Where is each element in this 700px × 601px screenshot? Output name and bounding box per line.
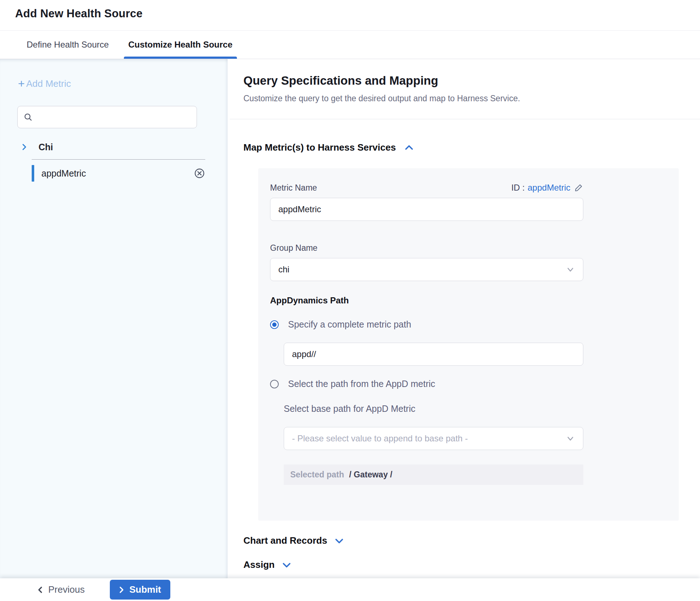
selected-path-value: / Gateway / bbox=[349, 470, 392, 480]
chevron-down-icon[interactable] bbox=[334, 535, 345, 546]
metric-name-label-row: Metric Name ID : appdMetric bbox=[270, 183, 583, 193]
map-metrics-section-title: Map Metric(s) to Harness Services bbox=[243, 142, 396, 153]
edit-pencil-icon[interactable] bbox=[574, 183, 583, 192]
dialog-header: Add New Health Source bbox=[0, 0, 700, 31]
sidebar-group-chi[interactable]: Chi bbox=[20, 139, 228, 155]
base-path-label: Select base path for AppD Metric bbox=[284, 404, 679, 414]
base-path-select[interactable]: - Please select value to append to base … bbox=[284, 427, 583, 450]
search-input[interactable] bbox=[33, 106, 197, 128]
dialog-body: + Add Metric Chi bbox=[0, 59, 700, 601]
page-title: Query Specifications and Mapping bbox=[243, 74, 700, 88]
radio-select-path-label: Select the path from the AppD metric bbox=[288, 379, 435, 389]
metric-id-group: ID : appdMetric bbox=[511, 183, 583, 193]
metric-name-label: Metric Name bbox=[270, 183, 317, 193]
chevron-down-icon bbox=[566, 434, 575, 443]
search-icon bbox=[23, 112, 33, 122]
assign-title: Assign bbox=[243, 559, 275, 570]
main-content: Query Specifications and Mapping Customi… bbox=[228, 59, 700, 601]
id-label: ID : bbox=[511, 183, 525, 193]
group-name-label: Group Name bbox=[270, 243, 679, 253]
base-path-placeholder: - Please select value to append to base … bbox=[292, 433, 468, 444]
id-value-link[interactable]: appdMetric bbox=[528, 183, 570, 193]
chart-records-title: Chart and Records bbox=[243, 535, 327, 546]
radio-unselected-icon[interactable] bbox=[270, 380, 279, 388]
add-health-source-dialog: Add New Health Source Define Health Sour… bbox=[0, 0, 700, 601]
radio-selected-icon[interactable] bbox=[270, 320, 279, 329]
metric-mapping-panel: Metric Name ID : appdMetric Group Name bbox=[258, 168, 679, 521]
chevron-left-icon bbox=[36, 586, 45, 594]
footer-bar: Previous Submit bbox=[0, 578, 700, 601]
tab-label: Customize Health Source bbox=[128, 40, 232, 50]
previous-label: Previous bbox=[48, 584, 85, 595]
add-metric-label: Add Metric bbox=[26, 78, 71, 89]
sidebar-divider bbox=[32, 159, 205, 160]
submit-button[interactable]: Submit bbox=[110, 580, 170, 600]
appdynamics-path-heading: AppDynamics Path bbox=[270, 295, 679, 306]
page-subtitle: Customize the query to get the desired o… bbox=[243, 94, 700, 103]
chevron-right-icon bbox=[20, 143, 28, 151]
tab-bar: Define Health Source Customize Health So… bbox=[0, 31, 700, 59]
chevron-up-icon[interactable] bbox=[404, 142, 414, 153]
chevron-right-icon bbox=[117, 586, 126, 594]
assign-section-header[interactable]: Assign bbox=[243, 559, 700, 570]
delete-metric-icon[interactable] bbox=[194, 168, 205, 179]
submit-label: Submit bbox=[129, 584, 161, 595]
metric-name-input[interactable] bbox=[270, 198, 583, 221]
section-divider bbox=[230, 119, 700, 119]
selected-path-label: Selected path bbox=[290, 470, 344, 480]
tab-define-health-source[interactable]: Define Health Source bbox=[22, 31, 113, 59]
metrics-sidebar: + Add Metric Chi bbox=[0, 59, 228, 601]
radio-select-appd-path[interactable]: Select the path from the AppD metric bbox=[270, 379, 679, 389]
selected-path-bar: Selected path / Gateway / bbox=[284, 464, 583, 485]
map-metrics-section-header[interactable]: Map Metric(s) to Harness Services bbox=[243, 142, 700, 153]
metric-name: appdMetric bbox=[41, 168, 194, 179]
complete-metric-path-input[interactable] bbox=[284, 343, 583, 366]
metric-search-box[interactable] bbox=[17, 106, 197, 128]
sidebar-metric-appdmetric[interactable]: appdMetric bbox=[32, 164, 205, 183]
dialog-title: Add New Health Source bbox=[15, 7, 700, 20]
chevron-down-icon[interactable] bbox=[281, 560, 292, 570]
group-name-value: chi bbox=[278, 264, 290, 275]
chart-records-section-header[interactable]: Chart and Records bbox=[243, 535, 700, 546]
tab-customize-health-source[interactable]: Customize Health Source bbox=[124, 31, 237, 59]
group-name-select[interactable]: chi bbox=[270, 258, 583, 281]
chevron-down-icon bbox=[566, 265, 575, 274]
group-name: Chi bbox=[39, 142, 53, 152]
add-metric-button[interactable]: + Add Metric bbox=[18, 78, 228, 89]
radio-complete-metric-path[interactable]: Specify a complete metric path bbox=[270, 319, 679, 330]
radio-complete-path-label: Specify a complete metric path bbox=[288, 319, 411, 330]
selected-indicator-bar bbox=[32, 165, 34, 182]
plus-icon: + bbox=[18, 78, 25, 89]
tab-label: Define Health Source bbox=[27, 40, 109, 50]
previous-button[interactable]: Previous bbox=[36, 584, 85, 595]
